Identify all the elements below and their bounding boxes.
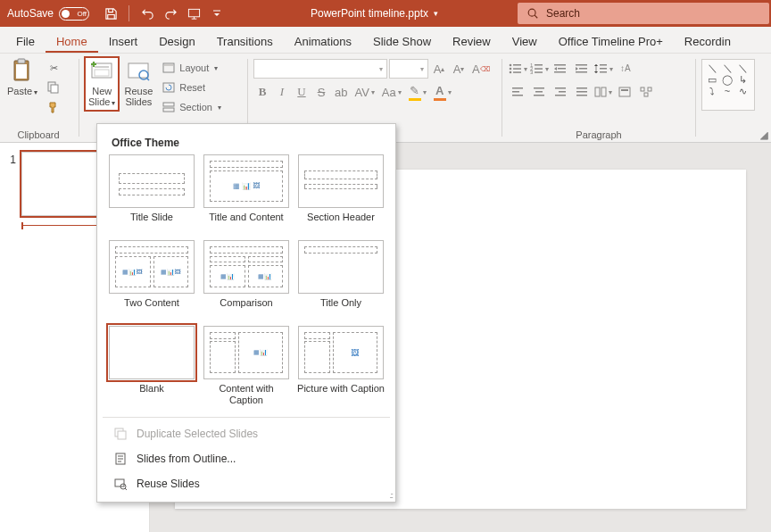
quick-access-toolbar (96, 5, 231, 21)
smartart-icon[interactable] (636, 82, 656, 102)
change-case-button[interactable]: Aa▾ (379, 82, 404, 102)
font-size-combo[interactable]: ▾ (389, 59, 428, 79)
char-spacing-button[interactable]: AV▾ (352, 82, 377, 102)
new-slide-button[interactable]: New Slide▾ (85, 57, 119, 111)
layout-picture-caption[interactable]: 🖼 Picture with Caption (297, 326, 385, 406)
cut-button[interactable]: ✂ (43, 59, 64, 77)
reuse-slides-icon (126, 59, 151, 84)
svg-rect-44 (534, 95, 544, 96)
undo-icon[interactable] (140, 6, 154, 21)
svg-text:↕A: ↕A (620, 63, 631, 73)
slides-from-outline-action[interactable]: Slides from Outline... (103, 446, 390, 471)
align-center-button[interactable] (529, 82, 549, 102)
tab-insert[interactable]: Insert (98, 29, 149, 53)
layout-button[interactable]: Layout▾ (158, 59, 225, 77)
group-label-paragraph: Paragraph (508, 128, 690, 140)
bold-button[interactable]: B (253, 82, 271, 102)
resize-grip-icon[interactable]: . : : (389, 491, 392, 500)
autosave-toggle-group[interactable]: AutoSave Off (0, 7, 96, 21)
italic-button[interactable]: I (273, 82, 291, 102)
svg-rect-52 (601, 87, 606, 96)
qat-customize-icon[interactable] (210, 6, 224, 21)
reset-button[interactable]: Reset (158, 79, 225, 96)
group-label-clipboard: Clipboard (4, 128, 73, 140)
font-color-button[interactable]: A▾ (431, 82, 454, 102)
bullets-button[interactable]: ▾ (508, 59, 527, 79)
paste-button[interactable]: Paste▾ (4, 57, 41, 100)
increase-indent-button[interactable] (572, 59, 592, 79)
svg-rect-18 (513, 64, 521, 66)
document-title[interactable]: PowerPoint timeline.pptx ▾ (231, 7, 518, 20)
copy-button[interactable] (43, 79, 64, 96)
layout-title-content[interactable]: ▦📊🖼 Title and Content (203, 154, 290, 235)
svg-rect-32 (576, 64, 587, 66)
svg-point-17 (510, 64, 512, 67)
paintbrush-icon (46, 100, 61, 114)
autosave-toggle[interactable]: Off (59, 7, 89, 21)
layout-blank[interactable]: Blank (108, 326, 195, 406)
search-box[interactable]: Search (518, 3, 769, 24)
tab-file[interactable]: File (5, 29, 46, 53)
highlight-color-button[interactable]: ✎▾ (406, 82, 429, 102)
tab-design[interactable]: Design (148, 29, 205, 53)
shapes-gallery[interactable]: ＼ ＼ ＼ ▭ ◯ ↳ ⤵ ~ ∿ (701, 59, 755, 111)
svg-rect-59 (118, 431, 126, 439)
tab-slideshow[interactable]: Slide Show (362, 29, 442, 53)
svg-rect-51 (595, 87, 600, 96)
layout-title-slide[interactable]: Title Slide (108, 154, 195, 235)
svg-rect-37 (600, 71, 607, 73)
layout-section-header[interactable]: Section Header (297, 154, 385, 235)
curve-shape-icon: ⤵ (706, 87, 718, 96)
tab-view[interactable]: View (502, 29, 548, 53)
clear-formatting-button[interactable]: A⌫ (469, 59, 493, 79)
svg-rect-3 (18, 59, 25, 63)
title-bar: AutoSave Off PowerPoint timeline.pptx ▾ … (0, 0, 771, 27)
reuse-slides-action[interactable]: Reuse Slides (103, 471, 390, 496)
columns-button[interactable]: ▾ (593, 82, 613, 102)
layout-title-only[interactable]: Title Only (297, 240, 385, 320)
svg-rect-53 (619, 87, 630, 96)
line-shape-icon: ＼ (721, 63, 734, 72)
ribbon-tabs: File Home Insert Design Transitions Anim… (0, 27, 771, 54)
tab-transitions[interactable]: Transitions (206, 29, 284, 53)
decrease-indent-button[interactable] (551, 59, 570, 79)
layout-icon (162, 61, 176, 75)
format-painter-button[interactable] (43, 98, 64, 116)
text-shadow-button[interactable]: ab (332, 82, 350, 102)
tab-recording[interactable]: Recordin (674, 29, 742, 53)
tab-home[interactable]: Home (46, 29, 98, 53)
curve-shape-icon: ∿ (736, 87, 749, 96)
reuse-slides-button[interactable]: Reuse Slides (120, 57, 156, 109)
align-text-icon[interactable] (615, 82, 634, 102)
save-icon[interactable] (104, 6, 118, 21)
slideshow-start-icon[interactable] (187, 6, 201, 21)
numbering-button[interactable]: 123▾ (529, 59, 549, 79)
tab-office-timeline[interactable]: Office Timeline Pro+ (548, 29, 674, 53)
align-right-button[interactable] (551, 82, 570, 102)
tab-animations[interactable]: Animations (284, 29, 362, 53)
new-slide-icon (89, 59, 114, 84)
scissors-icon: ✂ (46, 61, 61, 75)
increase-font-button[interactable]: A▴ (430, 59, 448, 79)
layout-content-caption[interactable]: ▦📊 Content with Caption (203, 326, 290, 406)
line-spacing-button[interactable]: ▾ (593, 59, 613, 79)
reset-icon (162, 80, 176, 95)
svg-rect-35 (600, 64, 607, 66)
curve-shape-icon: ~ (721, 87, 734, 96)
tab-review[interactable]: Review (442, 29, 502, 53)
decrease-font-button[interactable]: A▾ (450, 59, 468, 79)
font-name-combo[interactable]: ▾ (253, 59, 387, 79)
svg-rect-13 (164, 64, 173, 66)
justify-button[interactable] (572, 82, 592, 102)
layout-comparison[interactable]: ▦📊▦📊 Comparison (203, 240, 290, 320)
strikethrough-button[interactable]: S (312, 82, 330, 102)
redo-icon[interactable] (163, 6, 178, 21)
text-direction-icon[interactable]: ↕A (615, 59, 634, 79)
svg-rect-54 (621, 89, 628, 91)
underline-button[interactable]: U (293, 82, 311, 102)
svg-rect-28 (535, 71, 543, 73)
layout-two-content[interactable]: ▦📊🖼▦📊🖼 Two Content (108, 240, 195, 320)
section-button[interactable]: Section▾ (158, 98, 225, 116)
new-slide-dropdown: Office Theme Title Slide ▦📊🖼 Title and C… (96, 123, 396, 503)
align-left-button[interactable] (508, 82, 527, 102)
